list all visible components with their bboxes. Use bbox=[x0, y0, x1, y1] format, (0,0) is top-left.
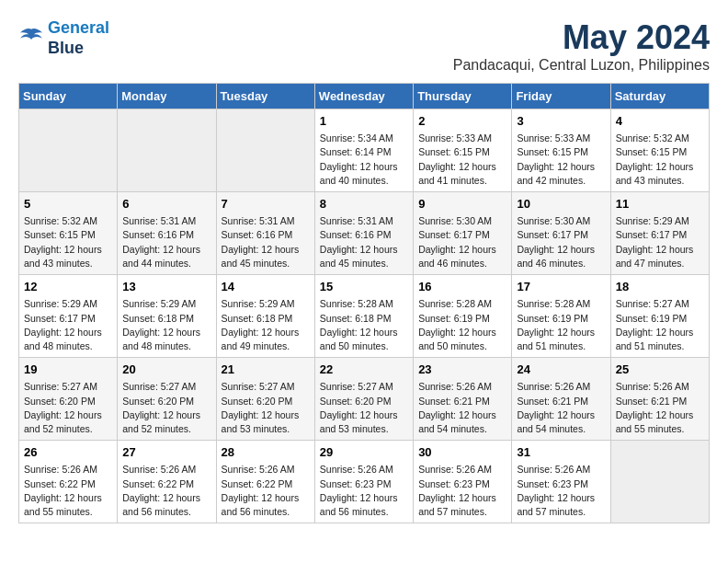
day-info: Sunrise: 5:26 AM Sunset: 6:23 PM Dayligh… bbox=[320, 463, 408, 519]
day-info: Sunrise: 5:27 AM Sunset: 6:20 PM Dayligh… bbox=[320, 380, 408, 436]
calendar-cell: 3Sunrise: 5:33 AM Sunset: 6:15 PM Daylig… bbox=[512, 109, 610, 192]
day-number: 28 bbox=[222, 444, 310, 461]
location-title: Pandacaqui, Central Luzon, Philippines bbox=[453, 57, 710, 74]
day-number: 13 bbox=[122, 279, 210, 295]
day-info: Sunrise: 5:28 AM Sunset: 6:19 PM Dayligh… bbox=[418, 297, 506, 353]
day-number: 2 bbox=[418, 113, 506, 130]
day-number: 26 bbox=[24, 444, 112, 461]
calendar-cell: 5Sunrise: 5:32 AM Sunset: 6:15 PM Daylig… bbox=[19, 192, 118, 275]
day-info: Sunrise: 5:31 AM Sunset: 6:16 PM Dayligh… bbox=[222, 214, 310, 270]
day-info: Sunrise: 5:27 AM Sunset: 6:19 PM Dayligh… bbox=[616, 297, 704, 353]
day-number: 16 bbox=[418, 279, 506, 295]
day-info: Sunrise: 5:31 AM Sunset: 6:16 PM Dayligh… bbox=[320, 214, 408, 270]
day-info: Sunrise: 5:30 AM Sunset: 6:17 PM Dayligh… bbox=[418, 214, 506, 270]
day-info: Sunrise: 5:26 AM Sunset: 6:23 PM Dayligh… bbox=[517, 463, 605, 519]
calendar-cell: 23Sunrise: 5:26 AM Sunset: 6:21 PM Dayli… bbox=[414, 358, 512, 441]
day-number: 3 bbox=[517, 113, 605, 130]
day-info: Sunrise: 5:29 AM Sunset: 6:17 PM Dayligh… bbox=[616, 214, 704, 270]
calendar-cell: 27Sunrise: 5:26 AM Sunset: 6:22 PM Dayli… bbox=[118, 441, 216, 523]
calendar-cell: 6Sunrise: 5:31 AM Sunset: 6:16 PM Daylig… bbox=[118, 192, 216, 275]
calendar-cell: 20Sunrise: 5:27 AM Sunset: 6:20 PM Dayli… bbox=[118, 358, 216, 441]
logo: General Blue bbox=[18, 18, 109, 58]
calendar-cell: 4Sunrise: 5:32 AM Sunset: 6:15 PM Daylig… bbox=[610, 109, 709, 192]
day-info: Sunrise: 5:30 AM Sunset: 6:17 PM Dayligh… bbox=[517, 214, 605, 270]
day-number: 9 bbox=[418, 196, 506, 213]
day-info: Sunrise: 5:33 AM Sunset: 6:15 PM Dayligh… bbox=[418, 132, 506, 188]
calendar-cell: 12Sunrise: 5:29 AM Sunset: 6:17 PM Dayli… bbox=[19, 275, 118, 358]
day-info: Sunrise: 5:26 AM Sunset: 6:22 PM Dayligh… bbox=[222, 463, 310, 519]
title-block: May 2024 Pandacaqui, Central Luzon, Phil… bbox=[453, 18, 710, 74]
day-number: 31 bbox=[517, 444, 605, 461]
day-of-week-header: Thursday bbox=[414, 84, 512, 109]
calendar-cell: 2Sunrise: 5:33 AM Sunset: 6:15 PM Daylig… bbox=[414, 109, 512, 192]
calendar-cell: 9Sunrise: 5:30 AM Sunset: 6:17 PM Daylig… bbox=[414, 192, 512, 275]
day-number: 21 bbox=[222, 362, 310, 378]
calendar-cell: 14Sunrise: 5:29 AM Sunset: 6:18 PM Dayli… bbox=[216, 275, 314, 358]
day-info: Sunrise: 5:33 AM Sunset: 6:15 PM Dayligh… bbox=[517, 132, 605, 188]
calendar-cell: 19Sunrise: 5:27 AM Sunset: 6:20 PM Dayli… bbox=[19, 358, 118, 441]
day-info: Sunrise: 5:28 AM Sunset: 6:18 PM Dayligh… bbox=[320, 297, 408, 353]
day-number: 24 bbox=[517, 362, 605, 378]
day-info: Sunrise: 5:26 AM Sunset: 6:22 PM Dayligh… bbox=[122, 463, 210, 519]
calendar-cell: 22Sunrise: 5:27 AM Sunset: 6:20 PM Dayli… bbox=[314, 358, 413, 441]
day-number: 29 bbox=[320, 444, 408, 461]
calendar-cell: 1Sunrise: 5:34 AM Sunset: 6:14 PM Daylig… bbox=[314, 109, 413, 192]
day-number: 6 bbox=[122, 196, 210, 213]
calendar-cell bbox=[610, 441, 709, 523]
calendar-header-row: SundayMondayTuesdayWednesdayThursdayFrid… bbox=[19, 84, 710, 109]
day-number: 20 bbox=[122, 362, 210, 378]
calendar-cell: 15Sunrise: 5:28 AM Sunset: 6:18 PM Dayli… bbox=[314, 275, 413, 358]
calendar-cell: 24Sunrise: 5:26 AM Sunset: 6:21 PM Dayli… bbox=[512, 358, 610, 441]
calendar-cell: 26Sunrise: 5:26 AM Sunset: 6:22 PM Dayli… bbox=[19, 441, 118, 523]
day-info: Sunrise: 5:27 AM Sunset: 6:20 PM Dayligh… bbox=[222, 380, 310, 436]
day-number: 11 bbox=[616, 196, 704, 213]
day-info: Sunrise: 5:32 AM Sunset: 6:15 PM Dayligh… bbox=[24, 214, 112, 270]
day-info: Sunrise: 5:26 AM Sunset: 6:21 PM Dayligh… bbox=[517, 380, 605, 436]
day-info: Sunrise: 5:29 AM Sunset: 6:18 PM Dayligh… bbox=[222, 297, 310, 353]
day-number: 12 bbox=[24, 279, 112, 295]
calendar-cell: 21Sunrise: 5:27 AM Sunset: 6:20 PM Dayli… bbox=[216, 358, 314, 441]
calendar-cell: 7Sunrise: 5:31 AM Sunset: 6:16 PM Daylig… bbox=[216, 192, 314, 275]
logo-icon bbox=[18, 28, 44, 50]
month-title: May 2024 bbox=[453, 18, 710, 57]
day-info: Sunrise: 5:26 AM Sunset: 6:23 PM Dayligh… bbox=[418, 463, 506, 519]
page-header: General Blue May 2024 Pandacaqui, Centra… bbox=[18, 18, 710, 74]
day-number: 14 bbox=[222, 279, 310, 295]
calendar-cell: 29Sunrise: 5:26 AM Sunset: 6:23 PM Dayli… bbox=[314, 441, 413, 523]
day-of-week-header: Monday bbox=[118, 84, 216, 109]
day-info: Sunrise: 5:32 AM Sunset: 6:15 PM Dayligh… bbox=[616, 132, 704, 188]
day-info: Sunrise: 5:26 AM Sunset: 6:21 PM Dayligh… bbox=[418, 380, 506, 436]
calendar-week-row: 26Sunrise: 5:26 AM Sunset: 6:22 PM Dayli… bbox=[19, 441, 710, 523]
day-number: 10 bbox=[517, 196, 605, 213]
day-info: Sunrise: 5:26 AM Sunset: 6:21 PM Dayligh… bbox=[616, 380, 704, 436]
calendar-week-row: 19Sunrise: 5:27 AM Sunset: 6:20 PM Dayli… bbox=[19, 358, 710, 441]
calendar-cell: 18Sunrise: 5:27 AM Sunset: 6:19 PM Dayli… bbox=[610, 275, 709, 358]
day-number: 27 bbox=[122, 444, 210, 461]
day-number: 5 bbox=[24, 196, 112, 213]
calendar-week-row: 1Sunrise: 5:34 AM Sunset: 6:14 PM Daylig… bbox=[19, 109, 710, 192]
day-number: 22 bbox=[320, 362, 408, 378]
day-of-week-header: Tuesday bbox=[216, 84, 314, 109]
day-number: 17 bbox=[517, 279, 605, 295]
calendar-cell: 11Sunrise: 5:29 AM Sunset: 6:17 PM Dayli… bbox=[610, 192, 709, 275]
calendar-cell: 25Sunrise: 5:26 AM Sunset: 6:21 PM Dayli… bbox=[610, 358, 709, 441]
calendar-cell: 28Sunrise: 5:26 AM Sunset: 6:22 PM Dayli… bbox=[216, 441, 314, 523]
day-info: Sunrise: 5:34 AM Sunset: 6:14 PM Dayligh… bbox=[320, 132, 408, 188]
calendar-cell: 8Sunrise: 5:31 AM Sunset: 6:16 PM Daylig… bbox=[314, 192, 413, 275]
calendar-table: SundayMondayTuesdayWednesdayThursdayFrid… bbox=[18, 83, 710, 523]
calendar-cell: 30Sunrise: 5:26 AM Sunset: 6:23 PM Dayli… bbox=[414, 441, 512, 523]
day-info: Sunrise: 5:27 AM Sunset: 6:20 PM Dayligh… bbox=[122, 380, 210, 436]
day-number: 7 bbox=[222, 196, 310, 213]
day-of-week-header: Sunday bbox=[19, 84, 118, 109]
day-of-week-header: Friday bbox=[512, 84, 610, 109]
day-info: Sunrise: 5:28 AM Sunset: 6:19 PM Dayligh… bbox=[517, 297, 605, 353]
day-number: 4 bbox=[616, 113, 704, 130]
day-of-week-header: Saturday bbox=[610, 84, 709, 109]
day-number: 25 bbox=[616, 362, 704, 378]
day-info: Sunrise: 5:31 AM Sunset: 6:16 PM Dayligh… bbox=[122, 214, 210, 270]
calendar-cell: 17Sunrise: 5:28 AM Sunset: 6:19 PM Dayli… bbox=[512, 275, 610, 358]
calendar-cell: 31Sunrise: 5:26 AM Sunset: 6:23 PM Dayli… bbox=[512, 441, 610, 523]
day-number: 1 bbox=[320, 113, 408, 130]
calendar-cell: 10Sunrise: 5:30 AM Sunset: 6:17 PM Dayli… bbox=[512, 192, 610, 275]
calendar-cell: 16Sunrise: 5:28 AM Sunset: 6:19 PM Dayli… bbox=[414, 275, 512, 358]
